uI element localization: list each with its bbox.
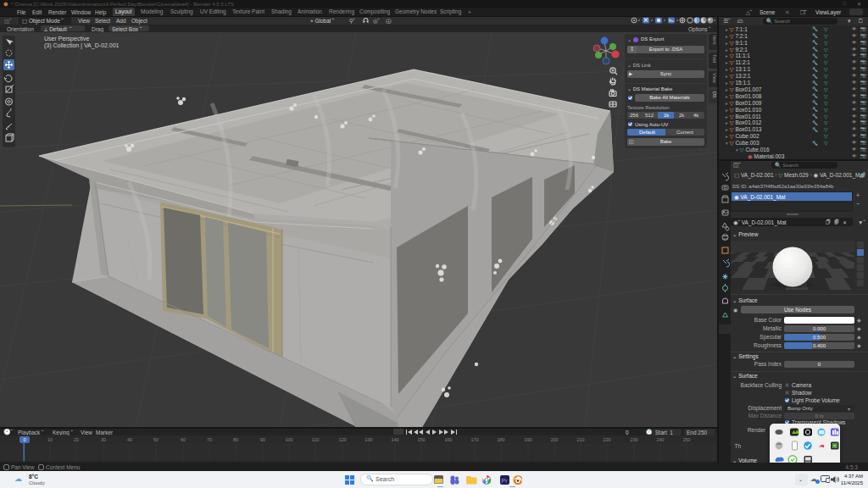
svg-text:Pr: Pr (502, 478, 509, 484)
